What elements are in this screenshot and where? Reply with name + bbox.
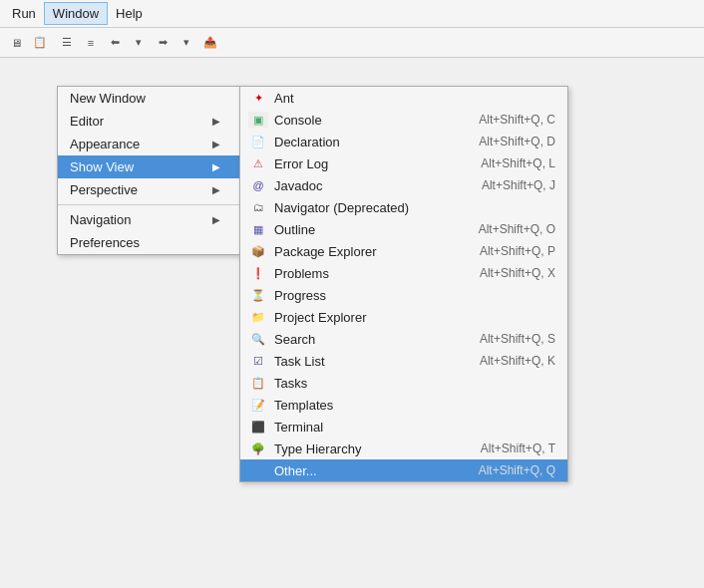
main-area: New Window Editor ▶ Appearance ▶ Show Vi… — [0, 58, 704, 588]
appearance-arrow-icon: ▶ — [212, 139, 220, 149]
projectexplorer-icon: 📁 — [248, 309, 268, 325]
sv-terminal-label: Terminal — [274, 420, 526, 435]
menu-item-new-window[interactable]: New Window — [58, 87, 240, 110]
sv-javadoc[interactable]: @ Javadoc Alt+Shift+Q, J — [240, 174, 567, 196]
sv-progress-label: Progress — [274, 288, 526, 303]
toolbar-btn-3[interactable]: ☰ — [56, 32, 78, 54]
other-icon — [248, 462, 268, 478]
toolbar-btn-6[interactable]: ➡ — [152, 32, 174, 54]
sv-navigator[interactable]: 🗂 Navigator (Deprecated) — [240, 196, 567, 218]
menu-item-perspective[interactable]: Perspective ▶ — [58, 178, 240, 201]
sv-declaration-label: Declaration — [274, 135, 449, 149]
sv-search[interactable]: 🔍 Search Alt+Shift+Q, S — [240, 328, 567, 350]
sv-typehierarchy-label: Type Hierarchy — [274, 441, 451, 456]
sv-tasklist-label: Task List — [274, 354, 450, 369]
editor-arrow-icon: ▶ — [212, 116, 220, 127]
menu-separator-1 — [58, 204, 240, 205]
showview-submenu: ✦ Ant ▣ Console Alt+Shift+Q, C 📄 Declara… — [239, 86, 568, 482]
sv-declaration[interactable]: 📄 Declaration Alt+Shift+Q, D — [240, 131, 567, 152]
sv-navigator-label: Navigator (Deprecated) — [274, 200, 526, 215]
toolbar-btn-7[interactable]: 📤 — [199, 32, 221, 54]
sv-search-label: Search — [274, 332, 450, 347]
sv-problems-shortcut: Alt+Shift+Q, X — [480, 266, 555, 280]
sv-errorlog[interactable]: ⚠ Error Log Alt+Shift+Q, L — [240, 152, 567, 174]
sv-outline-label: Outline — [274, 222, 449, 237]
sv-templates[interactable]: 📝 Templates — [240, 394, 567, 416]
sv-console-label: Console — [274, 113, 449, 128]
sv-errorlog-label: Error Log — [274, 156, 451, 171]
menu-item-editor[interactable]: Editor ▶ — [58, 110, 240, 133]
search-icon: 🔍 — [248, 331, 268, 347]
outline-icon: ▦ — [248, 221, 268, 237]
toolbar-btn-5[interactable]: ⬅ — [104, 32, 126, 54]
sv-projectexplorer-label: Project Explorer — [274, 310, 526, 325]
sv-other[interactable]: Other... Alt+Shift+Q, Q — [240, 459, 567, 481]
sv-tasks[interactable]: 📋 Tasks — [240, 372, 567, 394]
sv-errorlog-shortcut: Alt+Shift+Q, L — [481, 156, 555, 170]
sv-package-explorer[interactable]: 📦 Package Explorer Alt+Shift+Q, P — [240, 240, 567, 262]
navigation-arrow-icon: ▶ — [212, 214, 220, 225]
tasks-icon: 📋 — [248, 375, 268, 391]
menubar-window[interactable]: Window — [44, 2, 108, 25]
terminal-icon: ⬛ — [248, 419, 268, 435]
sv-declaration-shortcut: Alt+Shift+Q, D — [479, 135, 555, 148]
sv-tasklist[interactable]: ☑ Task List Alt+Shift+Q, K — [240, 350, 567, 372]
menubar: Run Window Help — [0, 0, 704, 28]
sv-console-shortcut: Alt+Shift+Q, C — [479, 113, 555, 127]
templates-icon: 📝 — [248, 397, 268, 413]
errorlog-icon: ⚠ — [248, 155, 268, 171]
menu-item-appearance[interactable]: Appearance ▶ — [58, 133, 240, 155]
toolbar-btn-4[interactable]: ≡ — [80, 32, 102, 54]
sv-other-shortcut: Alt+Shift+Q, Q — [479, 463, 555, 477]
menu-item-navigation[interactable]: Navigation ▶ — [58, 208, 240, 231]
sv-terminal[interactable]: ⬛ Terminal — [240, 416, 567, 438]
console-icon: ▣ — [248, 112, 268, 128]
ant-icon: ✦ — [248, 90, 268, 106]
menu-item-preferences[interactable]: Preferences — [58, 231, 240, 254]
sv-package-label: Package Explorer — [274, 244, 450, 259]
declaration-icon: 📄 — [248, 134, 268, 149]
sv-javadoc-shortcut: Alt+Shift+Q, J — [482, 178, 555, 192]
toolbar-btn-2[interactable]: 📋 — [29, 32, 51, 54]
sv-problems[interactable]: ❗ Problems Alt+Shift+Q, X — [240, 262, 567, 284]
sv-javadoc-label: Javadoc — [274, 178, 452, 193]
sv-templates-label: Templates — [274, 398, 526, 413]
sv-typehierarchy-shortcut: Alt+Shift+Q, T — [481, 441, 555, 455]
sv-search-shortcut: Alt+Shift+Q, S — [480, 332, 555, 346]
toolbar-btn-arrow-dropdown2[interactable]: ▾ — [176, 32, 197, 54]
javadoc-icon: @ — [248, 177, 268, 193]
package-icon: 📦 — [248, 243, 268, 259]
sv-ant[interactable]: ✦ Ant — [240, 87, 567, 109]
menubar-help[interactable]: Help — [108, 3, 151, 24]
toolbar-btn-arrow-dropdown[interactable]: ▾ — [128, 32, 150, 54]
menubar-run[interactable]: Run — [4, 3, 44, 24]
perspective-arrow-icon: ▶ — [212, 184, 220, 195]
window-menu: New Window Editor ▶ Appearance ▶ Show Vi… — [57, 86, 241, 255]
tasklist-icon: ☑ — [248, 353, 268, 369]
sv-console[interactable]: ▣ Console Alt+Shift+Q, C — [240, 109, 567, 131]
sv-problems-label: Problems — [274, 266, 450, 281]
sv-tasklist-shortcut: Alt+Shift+Q, K — [480, 354, 555, 368]
toolbar: 🖥 📋 ☰ ≡ ⬅ ▾ ➡ ▾ 📤 — [0, 28, 704, 58]
menu-item-show-view[interactable]: Show View ▶ — [58, 155, 240, 178]
progress-icon: ⏳ — [248, 287, 268, 303]
sv-outline-shortcut: Alt+Shift+Q, O — [479, 222, 555, 236]
typehierarchy-icon: 🌳 — [248, 441, 268, 456]
sv-package-shortcut: Alt+Shift+Q, P — [480, 244, 555, 258]
navigator-icon: 🗂 — [248, 199, 268, 215]
sv-project-explorer[interactable]: 📁 Project Explorer — [240, 306, 567, 328]
sv-type-hierarchy[interactable]: 🌳 Type Hierarchy Alt+Shift+Q, T — [240, 438, 567, 459]
sv-ant-label: Ant — [274, 91, 526, 106]
problems-icon: ❗ — [248, 265, 268, 281]
sv-progress[interactable]: ⏳ Progress — [240, 284, 567, 306]
sv-tasks-label: Tasks — [274, 376, 526, 391]
sv-outline[interactable]: ▦ Outline Alt+Shift+Q, O — [240, 218, 567, 240]
showview-arrow-icon: ▶ — [212, 161, 220, 172]
sv-other-label: Other... — [274, 463, 449, 478]
toolbar-btn-1[interactable]: 🖥 — [5, 32, 27, 54]
